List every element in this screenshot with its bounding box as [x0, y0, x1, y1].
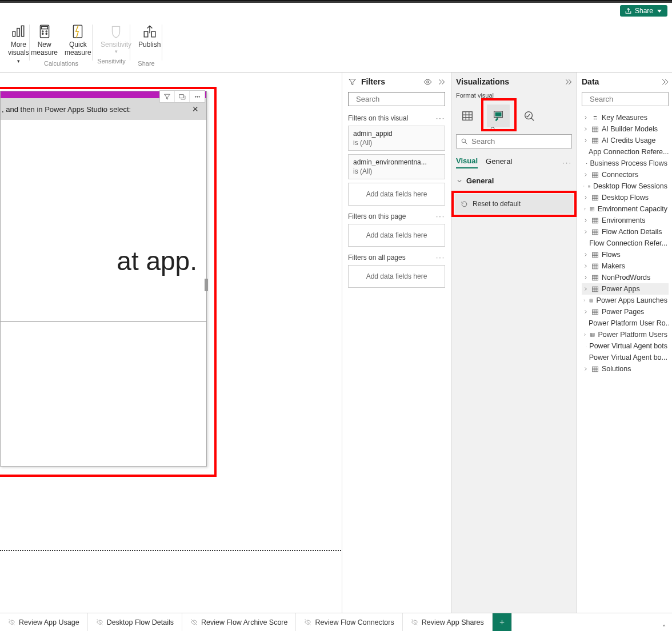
table-name: Power Apps Launches: [597, 296, 667, 304]
data-table-item[interactable]: Key Measures: [582, 112, 669, 123]
table-name: AI Builder Models: [602, 125, 658, 133]
table-icon: [590, 331, 595, 339]
ellipsis-icon[interactable]: ···: [562, 158, 572, 167]
viz-search[interactable]: [456, 134, 572, 148]
visual-more-button[interactable]: [190, 91, 205, 102]
data-table-item[interactable]: Power Platform User Ro...: [582, 317, 669, 329]
ribbon-label: measure: [65, 49, 91, 57]
table-icon: [591, 228, 599, 236]
data-table-item[interactable]: Solutions: [582, 363, 669, 375]
chevron-right-icon: [583, 183, 585, 189]
filter-field-status: is (All): [353, 139, 440, 147]
close-icon[interactable]: ×: [190, 103, 201, 115]
data-table-item[interactable]: Connectors: [582, 169, 669, 180]
table-name: NonProdWords: [602, 274, 650, 282]
table-name: App Connection Refere...: [589, 148, 669, 156]
table-name: Flow Action Details: [602, 228, 662, 236]
data-table-item[interactable]: Power Pages: [582, 306, 669, 317]
ellipsis-icon[interactable]: ···: [436, 114, 445, 122]
filters-search[interactable]: [348, 92, 445, 106]
chevron-right-icon: [583, 229, 589, 235]
data-table-item[interactable]: Power Platform Users: [582, 329, 669, 340]
tab-label: Review Flow Archive Score: [201, 618, 287, 626]
data-table-item[interactable]: Flows: [582, 249, 669, 260]
format-visual-label: Format visual: [456, 92, 572, 99]
chevron-right-icon: [583, 138, 589, 143]
tab-general[interactable]: General: [486, 157, 512, 168]
page-tab[interactable]: Desktop Flow Details: [88, 613, 182, 631]
powerapp-visual[interactable]: , and then in Power Apps Studio select: …: [0, 91, 207, 467]
data-table-item[interactable]: Power Apps Launches: [582, 295, 669, 306]
data-search-input[interactable]: [590, 95, 672, 103]
data-search[interactable]: [582, 92, 669, 106]
build-visual-tab[interactable]: [456, 105, 479, 127]
report-canvas[interactable]: , and then in Power Apps Studio select: …: [0, 73, 342, 613]
data-table-item[interactable]: AI Builder Models: [582, 123, 669, 135]
table-name: Environment Capacity: [598, 205, 667, 213]
add-page-filter-drop[interactable]: Add data fields here: [348, 224, 445, 247]
add-all-filter-drop[interactable]: Add data fields here: [348, 265, 445, 288]
collapse-panel-icon[interactable]: [563, 78, 572, 86]
data-table-item[interactable]: Power Virtual Agent bots: [582, 340, 669, 352]
add-page-button[interactable]: [493, 613, 512, 631]
eye-icon[interactable]: [423, 78, 432, 86]
chevron-right-icon: [583, 206, 587, 212]
add-visual-filter-drop[interactable]: Add data fields here: [348, 183, 445, 206]
publish-button[interactable]: Publish: [135, 22, 164, 58]
page-tab[interactable]: Review App Shares: [403, 613, 493, 631]
data-table-item[interactable]: Power Apps: [582, 283, 669, 295]
general-section-toggle[interactable]: General: [456, 176, 572, 185]
data-table-item[interactable]: Makers: [582, 260, 669, 272]
data-table-item[interactable]: Desktop Flow Sessions: [582, 180, 669, 192]
ribbon-label: Publish: [138, 41, 161, 49]
table-name: Key Measures: [602, 114, 647, 122]
ellipsis-icon[interactable]: ···: [436, 254, 445, 262]
ellipsis-icon[interactable]: ···: [436, 212, 445, 220]
data-table-item[interactable]: Flow Action Details: [582, 226, 669, 238]
visual-placeholder-text: at app.: [1, 120, 206, 276]
data-table-item[interactable]: Environments: [582, 215, 669, 226]
share-row: Share: [0, 3, 672, 20]
data-table-item[interactable]: Power Virtual Agent bo...: [582, 352, 669, 363]
chevron-right-icon: [583, 298, 586, 303]
collapse-panel-icon[interactable]: [660, 78, 669, 86]
data-table-item[interactable]: Desktop Flows: [582, 192, 669, 203]
data-table-list: Key MeasuresAI Builder ModelsAI Credits …: [582, 112, 669, 375]
visual-filter-button[interactable]: [160, 91, 175, 102]
reset-label: Reset to default: [473, 200, 521, 208]
data-table-item[interactable]: Flow Connection Refer...: [582, 238, 669, 249]
table-icon: [591, 171, 599, 179]
filter-card[interactable]: admin_appid is (All): [348, 126, 445, 151]
data-table-item[interactable]: Environment Capacity: [582, 203, 669, 215]
table-icon: [591, 217, 599, 224]
analytics-tab[interactable]: [518, 105, 541, 127]
tab-label: Review App Shares: [422, 618, 484, 626]
resize-handle[interactable]: [205, 279, 208, 291]
filters-search-input[interactable]: [356, 95, 451, 103]
visual-focus-button[interactable]: [175, 91, 190, 102]
table-name: Power Virtual Agent bots: [589, 342, 667, 350]
svg-rect-98: [593, 264, 598, 269]
analytics-icon: [523, 110, 535, 122]
svg-rect-103: [593, 275, 598, 280]
data-table-item[interactable]: NonProdWords: [582, 272, 669, 283]
ribbon-label: visuals: [8, 49, 29, 57]
svg-point-6: [46, 31, 47, 32]
reset-to-default-button[interactable]: Reset to default: [455, 194, 573, 214]
page-tab[interactable]: Review Flow Connectors: [296, 613, 402, 631]
data-table-item[interactable]: Business Process Flows: [582, 158, 669, 169]
page-tab[interactable]: Review App Usage: [0, 613, 88, 631]
collapse-panel-icon[interactable]: [437, 78, 445, 86]
new-measure-button[interactable]: New measure: [27, 22, 61, 58]
data-table-item[interactable]: App Connection Refere...: [582, 146, 669, 158]
tab-visual[interactable]: Visual: [456, 156, 478, 168]
quick-measure-button[interactable]: Quick measure: [61, 22, 95, 58]
viz-search-input[interactable]: [471, 137, 567, 146]
chevron-right-icon: [583, 263, 589, 269]
filter-card[interactable]: admin_environmentna... is (All): [348, 154, 445, 179]
ribbon-collapse-button[interactable]: ˄: [659, 624, 669, 631]
page-tab[interactable]: Review Flow Archive Score: [182, 613, 296, 631]
share-button[interactable]: Share: [620, 5, 667, 17]
data-table-item[interactable]: AI Credits Usage: [582, 135, 669, 146]
svg-point-7: [42, 33, 43, 34]
